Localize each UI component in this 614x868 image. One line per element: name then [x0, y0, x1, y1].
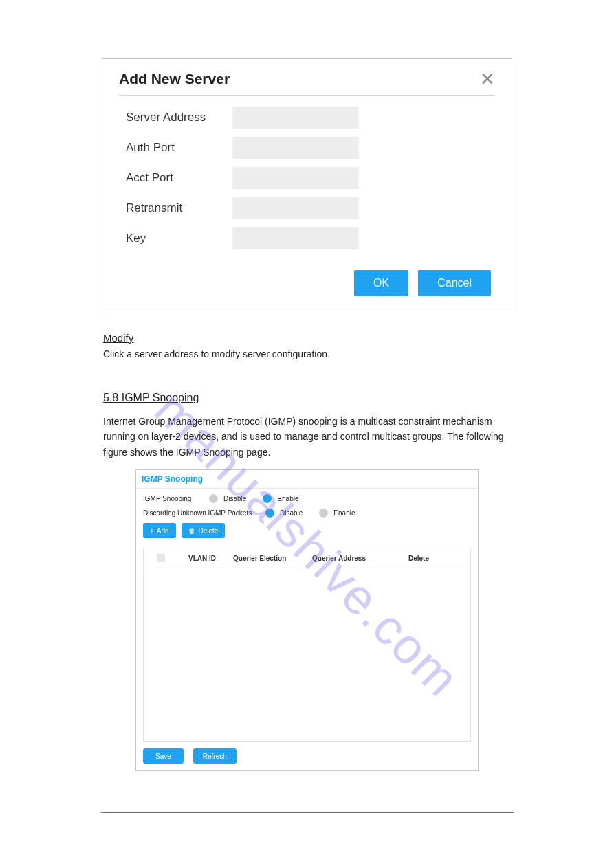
- col-vlan-id: VLAN ID: [171, 555, 233, 562]
- radio-icon[interactable]: [263, 494, 272, 503]
- save-button[interactable]: Save: [143, 748, 184, 764]
- enable-option[interactable]: Enable: [333, 509, 355, 517]
- disable-option[interactable]: Disable: [280, 509, 303, 517]
- auth-port-label: Auth Port: [119, 141, 232, 155]
- col-delete: Delete: [408, 555, 463, 562]
- retransmit-label: Retransmit: [119, 201, 232, 215]
- cancel-button[interactable]: Cancel: [418, 270, 491, 296]
- igmp-card-title: IGMP Snooping: [136, 470, 478, 489]
- footer-divider: [101, 812, 514, 813]
- radio-icon[interactable]: [209, 494, 218, 503]
- select-all-checkbox[interactable]: [157, 554, 165, 562]
- igmp-intro-text: Internet Group Management Protocol (IGMP…: [103, 414, 511, 460]
- modify-text: Click a server address to modify server …: [103, 346, 511, 361]
- add-button[interactable]: + Add: [143, 523, 176, 538]
- retransmit-input[interactable]: [232, 197, 359, 219]
- refresh-button[interactable]: Refresh: [193, 748, 237, 764]
- trash-icon: 🗑: [188, 527, 195, 535]
- auth-port-input[interactable]: [232, 137, 359, 159]
- enable-option[interactable]: Enable: [277, 495, 298, 502]
- key-label: Key: [119, 232, 232, 245]
- col-querier-address: Querier Address: [312, 555, 408, 562]
- close-icon[interactable]: ✕: [480, 70, 495, 88]
- igmp-heading: 5.8 IGMP Snooping: [103, 389, 511, 407]
- server-address-input[interactable]: [232, 107, 359, 129]
- add-label: Add: [157, 527, 169, 535]
- col-querier-election: Querier Election: [233, 555, 312, 562]
- divider: [119, 95, 495, 96]
- acct-port-label: Acct Port: [119, 171, 232, 185]
- acct-port-input[interactable]: [232, 167, 359, 189]
- disable-option[interactable]: Disable: [223, 495, 246, 502]
- add-server-modal: Add New Server ✕ Server Address Auth Por…: [102, 58, 512, 313]
- delete-button[interactable]: 🗑 Delete: [182, 523, 225, 538]
- plus-icon: +: [150, 527, 154, 535]
- igmp-snooping-label: IGMP Snooping: [143, 495, 204, 502]
- modify-heading: Modify: [103, 330, 511, 346]
- key-input[interactable]: [232, 227, 359, 249]
- igmp-snooping-card: IGMP Snooping IGMP Snooping Disable Enab…: [135, 469, 479, 771]
- radio-icon[interactable]: [265, 509, 274, 518]
- ok-button[interactable]: OK: [354, 270, 408, 296]
- delete-label: Delete: [198, 527, 218, 535]
- modal-title: Add New Server: [119, 71, 230, 87]
- radio-icon[interactable]: [319, 509, 328, 518]
- server-address-label: Server Address: [119, 111, 232, 124]
- vlan-table: VLAN ID Querier Election Querier Address…: [143, 548, 471, 742]
- discard-unknown-label: Discarding Unknown IGMP Packets: [143, 509, 260, 517]
